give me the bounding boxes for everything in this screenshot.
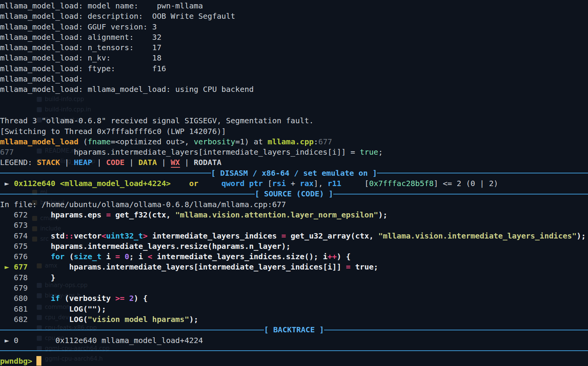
terminal-text-segment: 672 bbox=[0, 210, 28, 219]
divider-line bbox=[0, 330, 264, 330]
terminal-text-segment: 680 bbox=[0, 294, 28, 303]
terminal-text-segment: fname bbox=[88, 137, 111, 146]
terminal-text-segment: rax bbox=[300, 179, 314, 188]
terminal-text-segment bbox=[28, 252, 51, 261]
terminal-text-segment: mllama_model_load: n_tensors: 17 bbox=[0, 43, 161, 52]
terminal-line: mllama_model_load: description: OOB Writ… bbox=[0, 11, 588, 21]
terminal-line bbox=[0, 105, 588, 116]
terminal-text-segment: intermediate_layers_indices bbox=[147, 231, 281, 240]
terminal-text-segment: mllama_model_load: alignment: 32 bbox=[0, 33, 161, 42]
terminal-output[interactable]: mllama_model_load: model name: pwn-mllam… bbox=[0, 0, 588, 366]
terminal-text-segment: 0x112e640 mllama_model_load+4224 bbox=[18, 336, 203, 345]
divider-line bbox=[0, 350, 588, 351]
terminal-text-segment: hparams.eps bbox=[28, 210, 106, 219]
terminal-text-segment: In file: /home/ubuntu/ollama/ollama-0.6.… bbox=[0, 200, 286, 209]
terminal-text-segment: Thread 3 "ollama-0.6.8" received signal … bbox=[0, 116, 314, 125]
terminal-text-segment: , bbox=[318, 179, 328, 188]
terminal-text-segment: >= bbox=[115, 294, 124, 303]
terminal-text-segment: get_f32(ctx, bbox=[111, 210, 175, 219]
terminal-text-segment: 677 bbox=[318, 137, 332, 146]
terminal-line: In file: /home/ubuntu/ollama/ollama-0.6.… bbox=[0, 199, 588, 210]
terminal-text-segment: =<optimized out>, bbox=[111, 137, 194, 146]
terminal-text-segment: mllama_model_load: mllama_model_load: us… bbox=[0, 85, 254, 94]
terminal-line: 673 bbox=[0, 220, 588, 230]
terminal-text-segment: } bbox=[28, 273, 55, 282]
terminal-text-segment: mllama_model_load: ftype: f16 bbox=[0, 64, 166, 73]
terminal-line: 679 bbox=[0, 283, 588, 293]
terminal-text-segment: if bbox=[51, 294, 60, 303]
prompt-label: pwndbg> bbox=[0, 356, 32, 366]
terminal-text-segment: LOG(""); bbox=[28, 304, 106, 314]
terminal-text-segment: r11 bbox=[328, 179, 341, 188]
terminal-text-segment: ); bbox=[378, 210, 387, 219]
terminal-text-segment: ► 0 bbox=[0, 336, 18, 345]
terminal-text-segment: "mllama.vision.attention.layer_norm_epsi… bbox=[175, 210, 378, 219]
terminal-text-segment: [Switching to Thread 0x7fffabfff6c0 (LWP… bbox=[0, 127, 226, 136]
terminal-text-segment: 673 bbox=[0, 221, 28, 230]
terminal-text-segment: ++ bbox=[328, 252, 337, 261]
terminal-text-segment: 679 bbox=[0, 283, 28, 292]
terminal-text-segment: 675 bbox=[0, 242, 28, 251]
terminal-text-segment: ); bbox=[189, 315, 198, 324]
section-divider bbox=[0, 346, 588, 356]
terminal-line: ► 0 0x112e640 mllama_model_load+4224 bbox=[0, 335, 588, 346]
terminal-text-segment: HEAP bbox=[74, 158, 92, 167]
terminal-text-segment: 674 bbox=[0, 231, 28, 240]
terminal-text-segment: uint32_t bbox=[106, 231, 143, 240]
terminal-text-segment: true; bbox=[351, 262, 378, 271]
terminal-text-segment: mllama_model_load: n_kv: 18 bbox=[0, 53, 161, 62]
terminal-text-segment: 2 bbox=[129, 294, 134, 303]
terminal-text-segment: mllama_model_load bbox=[0, 137, 79, 146]
terminal-text-segment: mllama_model_load: GGUF version: 3 bbox=[0, 22, 157, 31]
terminal-text-segment: [ bbox=[267, 179, 272, 188]
terminal-text-segment: 676 bbox=[0, 252, 28, 261]
terminal-text-segment: ( bbox=[65, 252, 74, 261]
terminal-line: ► 0x112e640 <mllama_model_load+4224> or … bbox=[0, 178, 588, 189]
block-cursor[interactable] bbox=[36, 356, 41, 366]
terminal-text-segment: ( bbox=[79, 137, 88, 146]
terminal-text-segment: = bbox=[106, 210, 111, 219]
divider-line bbox=[324, 330, 588, 330]
terminal-line: ► 677 hparams.intermediate_layers[interm… bbox=[0, 262, 588, 272]
terminal-text-segment: hparams.intermediate_layers.resize(hpara… bbox=[28, 242, 290, 251]
section-header: [ BACKTRACE ] bbox=[0, 325, 588, 335]
terminal-text-segment: : bbox=[314, 137, 318, 146]
terminal-text-segment: or bbox=[189, 179, 198, 188]
terminal-text-segment bbox=[56, 179, 60, 188]
terminal-text-segment bbox=[28, 294, 51, 303]
terminal-text-segment: "mllama.vision.intermediate_layers_indic… bbox=[378, 231, 577, 240]
terminal-text-segment: :: bbox=[65, 231, 74, 240]
terminal-line: mllama_model_load: mllama_model_load: us… bbox=[0, 84, 588, 95]
divider-line bbox=[377, 173, 588, 173]
terminal-text-segment: 677 bbox=[0, 147, 14, 157]
terminal-text-segment: ) { bbox=[337, 252, 351, 261]
terminal-text-segment: verbosity bbox=[194, 137, 235, 146]
terminal-text-segment: mllama.cpp bbox=[267, 137, 313, 146]
terminal-text-segment bbox=[198, 179, 221, 188]
terminal-text-segment: DATA bbox=[138, 158, 157, 167]
terminal-text-segment: LEGEND: bbox=[0, 158, 37, 167]
terminal-text-segment: ) { bbox=[134, 294, 147, 303]
terminal-text-segment: = bbox=[115, 252, 120, 261]
terminal-text-segment: 0 bbox=[124, 252, 129, 261]
terminal-text-segment: LOG( bbox=[28, 315, 88, 324]
terminal-line: 675 hparams.intermediate_layers.resize(h… bbox=[0, 241, 588, 252]
terminal-text-segment: mllama_model_load: description: OOB Writ… bbox=[0, 11, 235, 21]
terminal-text-segment: get_u32_array(ctx, bbox=[286, 231, 378, 240]
terminal-line: 676 for (size_t i = 0; i < intermediate_… bbox=[0, 252, 588, 262]
terminal-line: 682 LOG("vision model hparams"); bbox=[0, 314, 588, 325]
terminal-text-segment: ; i bbox=[129, 252, 147, 261]
terminal-line: 677 hparams.intermediate_layers[intermed… bbox=[0, 147, 588, 157]
terminal-text-segment: qword ptr bbox=[221, 179, 267, 188]
section-header-label: [ BACKTRACE ] bbox=[264, 325, 324, 335]
terminal-text-segment: | bbox=[124, 158, 138, 167]
terminal-text-segment: intermediate_layers_indices.size(); i bbox=[152, 252, 328, 261]
terminal-text-segment: | bbox=[157, 158, 170, 167]
terminal-line: mllama_model_load: n_tensors: 17 bbox=[0, 42, 588, 53]
terminal-line: LEGEND: STACK | HEAP | CODE | DATA | WX … bbox=[0, 157, 588, 168]
terminal-text-segment: size_t bbox=[74, 252, 102, 261]
terminal-line: mllama_model_load: ftype: f16 bbox=[0, 64, 588, 74]
terminal-text-segment: i bbox=[102, 252, 115, 261]
terminal-text-segment: = bbox=[282, 231, 286, 240]
terminal-text-segment: hparams.intermediate_layers[intermediate… bbox=[28, 262, 346, 271]
